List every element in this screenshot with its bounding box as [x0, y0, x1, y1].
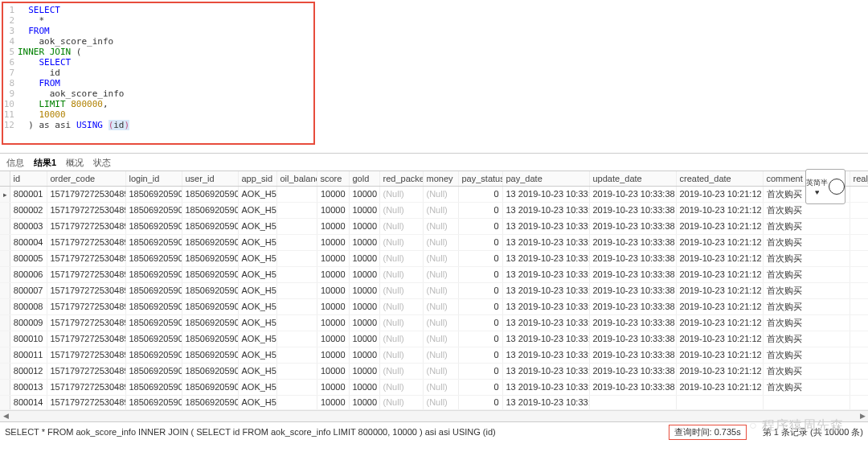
table-header-row: id order_code login_id user_id app_sid o…	[0, 171, 868, 186]
table-row[interactable]: 8000071571797272530489882718506920590185…	[0, 282, 868, 298]
table-row[interactable]: 8000041571797272530489882718506920590185…	[0, 234, 868, 250]
table-row[interactable]: 8000131571797272530489882718506920590185…	[0, 379, 868, 395]
table-row[interactable]: 8000061571797272530489882718506920590185…	[0, 266, 868, 282]
col-login-id[interactable]: login_id	[125, 171, 182, 186]
face-icon	[829, 179, 845, 195]
scroll-left-icon[interactable]: ◀	[0, 412, 11, 420]
scroll-track[interactable]	[11, 412, 857, 420]
table-row[interactable]: 8000091571797272530489882718506920590185…	[0, 314, 868, 331]
table-row[interactable]: 8000101571797272530489882718506920590185…	[0, 331, 868, 347]
col-created-date[interactable]: created_date	[676, 171, 763, 186]
col-id[interactable]: id	[10, 171, 47, 186]
avatar-sticker: 英简半 ♥	[805, 169, 845, 204]
avatar-text: 英简半	[806, 178, 828, 188]
col-pay-date[interactable]: pay_date	[502, 171, 589, 186]
table-row[interactable]: 8000111571797272530489882718506920590185…	[0, 347, 868, 363]
result-grid[interactable]: id order_code login_id user_id app_sid o…	[0, 171, 868, 410]
footer-sql: SELECT * FROM aok_score_info INNER JOIN …	[5, 427, 496, 437]
record-count: 第 1 条记录 (共 10000 条)	[763, 426, 863, 438]
table-row[interactable]: 8000081571797272530489882718506920590185…	[0, 298, 868, 314]
horizontal-scrollbar[interactable]: ◀ ▶	[0, 410, 868, 421]
col-user-id[interactable]: user_id	[182, 171, 238, 186]
result-tabs: 信息 结果1 概况 状态	[0, 153, 868, 171]
row-header-blank	[0, 171, 10, 186]
tab-result[interactable]: 结果1	[34, 157, 56, 169]
table-row[interactable]: 8000121571797272530489882718506920590185…	[0, 363, 868, 379]
table-row[interactable]: 8000051571797272530489882718506920590185…	[0, 250, 868, 266]
scroll-right-icon[interactable]: ▶	[857, 412, 868, 420]
col-oil-balance[interactable]: oil_balance	[276, 171, 317, 186]
table-row[interactable]: 8000011571797272530489882718506920590185…	[0, 186, 868, 202]
col-pay-status[interactable]: pay_status	[458, 171, 502, 186]
sql-editor[interactable]: 1 SELECT2 *3 FROM4 aok_score_info5INNER …	[2, 2, 315, 145]
tab-info[interactable]: 信息	[6, 157, 24, 169]
table-row[interactable]: 8000141571797272530489882718506920590185…	[0, 395, 868, 409]
col-red-packet[interactable]: red_packet	[379, 171, 423, 186]
heart-icon: ♥	[815, 188, 819, 196]
col-real-money[interactable]: real_mone	[850, 171, 868, 186]
status-bar: SELECT * FROM aok_score_info INNER JOIN …	[0, 421, 868, 442]
col-app-sid[interactable]: app_sid	[238, 171, 276, 186]
col-order-code[interactable]: order_code	[47, 171, 125, 186]
tab-profile[interactable]: 概况	[66, 157, 84, 169]
col-score[interactable]: score	[317, 171, 349, 186]
table-row[interactable]: 8000031571797272530489882718506920590185…	[0, 218, 868, 234]
query-time: 查询时间: 0.735s	[669, 425, 747, 440]
tab-status[interactable]: 状态	[93, 157, 111, 169]
col-money[interactable]: money	[423, 171, 458, 186]
col-gold[interactable]: gold	[349, 171, 379, 186]
col-update-date[interactable]: update_date	[589, 171, 676, 186]
table-row[interactable]: 8000021571797272530489882718506920590185…	[0, 202, 868, 218]
